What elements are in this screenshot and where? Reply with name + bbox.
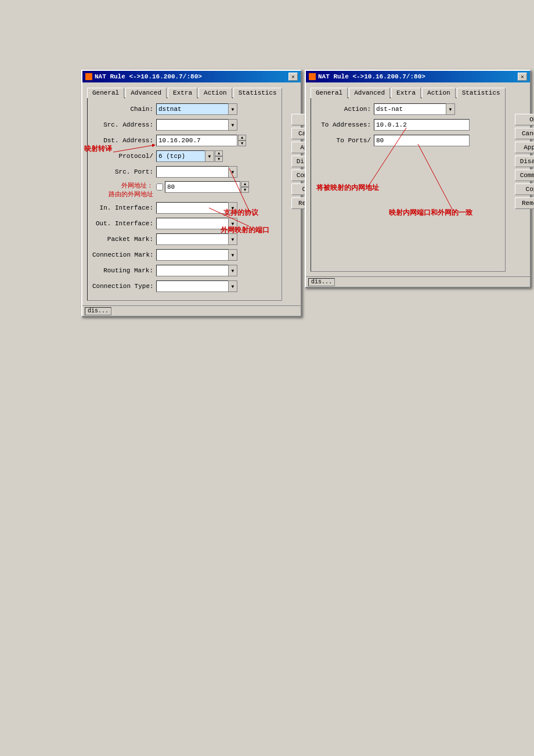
chain-select-container: dstnat ▼ [156, 103, 237, 115]
connection-mark-dropdown-arrow[interactable]: ▼ [228, 249, 237, 261]
routing-mark-container: ▼ [156, 265, 237, 276]
in-interface-row: In. Interface: ▼ [92, 201, 277, 214]
chain-dropdown-arrow[interactable]: ▼ [228, 103, 237, 115]
out-interface-container: ▼ [156, 218, 237, 229]
chain-row: Chain: dstnat ▼ [92, 103, 277, 116]
cancel-button-2[interactable]: Cancel [515, 128, 534, 139]
src-address-input[interactable] [156, 119, 237, 131]
src-port-container: ▼ [156, 166, 237, 178]
to-addresses-label: To Addresses: [316, 121, 374, 128]
in-interface-label: In. Interface: [92, 204, 156, 211]
title-icon-1 [85, 73, 92, 80]
buttons-col-2: OK Cancel Apply Disable Comment Copy Rem… [513, 82, 534, 276]
routing-mark-input[interactable] [156, 265, 237, 276]
src-address-dropdown-arrow[interactable]: ▼ [228, 119, 237, 131]
titlebar-1: NAT Rule <->10.16.200.7/:80> ✕ [82, 71, 301, 82]
action-input[interactable]: dst-nat [374, 103, 455, 115]
to-addresses-row: To Addresses: 10.0.1.2 [316, 118, 500, 131]
src-port-label: Src. Port: [92, 168, 156, 175]
routing-mark-dropdown-arrow[interactable]: ▼ [228, 265, 237, 276]
dst-address-row: Dst. Address: 10.16.200.7 ▲ ▼ [92, 134, 277, 147]
action-dropdown-arrow[interactable]: ▼ [446, 103, 455, 115]
protocol-select-container: 6 (tcp) ▼ [156, 150, 214, 162]
close-button-1[interactable]: ✕ [288, 73, 298, 81]
tab-action-1[interactable]: Action [199, 88, 232, 98]
dialog-nat-rule-1: NAT Rule <->10.16.200.7/:80> ✕ General A… [81, 70, 302, 317]
src-address-row: Src. Address: ▼ [92, 118, 277, 131]
src-address-container: ▼ [156, 119, 237, 131]
src-address-label: Src. Address: [92, 121, 156, 128]
dst-port-checkbox[interactable] [156, 183, 163, 190]
protocol-spinners: ▲ ▼ [215, 150, 223, 162]
in-interface-input[interactable] [156, 202, 237, 214]
protocol-container: 6 (tcp) ▼ ▲ ▼ [156, 150, 223, 162]
tabs-row-1: General Advanced Extra Action Statistics [85, 85, 284, 98]
src-port-input[interactable] [156, 166, 237, 178]
to-ports-label: To Ports/ [316, 137, 374, 144]
protocol-down[interactable]: ▼ [215, 156, 223, 162]
connection-type-row: Connection Type: ▼ [92, 280, 277, 293]
status-bar-2: dis... [306, 276, 530, 287]
protocol-dropdown-arrow[interactable]: ▼ [205, 150, 214, 162]
dst-address-up[interactable]: ▲ [238, 135, 246, 141]
routing-mark-label: Routing Mark: [92, 267, 156, 274]
status-text-1: dis... [85, 307, 111, 315]
packet-mark-label: Packet Mark: [92, 236, 156, 243]
connection-mark-row: Connection Mark: ▼ [92, 249, 277, 261]
dst-address-input[interactable]: 10.16.200.7 [156, 135, 237, 146]
dst-address-spinners: ▲ ▼ [238, 135, 246, 146]
tab-advanced-1[interactable]: Advanced [125, 88, 167, 98]
src-port-row: Src. Port: ▼ [92, 165, 277, 178]
connection-type-dropdown-arrow[interactable]: ▼ [228, 280, 237, 292]
to-ports-input[interactable]: 80 [374, 135, 470, 146]
routing-mark-row: Routing Mark: ▼ [92, 264, 277, 277]
remove-button-2[interactable]: Remove [515, 197, 534, 209]
tab-extra-1[interactable]: Extra [168, 88, 197, 98]
dst-port-input[interactable] [165, 181, 240, 193]
tab-general-1[interactable]: General [87, 88, 124, 98]
protocol-label: Protocol/ [92, 153, 156, 160]
dialog-nat-rule-2: NAT Rule <->10.16.200.7/:80> ✕ General A… [305, 70, 531, 288]
out-interface-input[interactable] [156, 218, 237, 229]
packet-mark-dropdown-arrow[interactable]: ▼ [228, 233, 237, 245]
dst-port-annotation: 外网地址：路由的外网地址 [109, 182, 153, 197]
dst-port-container: ▲ ▼ [156, 181, 249, 193]
dst-address-down[interactable]: ▼ [238, 141, 246, 146]
connection-type-input[interactable] [156, 280, 237, 292]
form-content-2: Action: dst-nat ▼ To Addresses: 10.0.1.2 [311, 98, 506, 272]
in-interface-dropdown-arrow[interactable]: ▼ [228, 202, 237, 214]
comment-button-2[interactable]: Comment [515, 170, 534, 181]
dst-port-down[interactable]: ▼ [241, 187, 249, 193]
packet-mark-row: Packet Mark: ▼ [92, 233, 277, 246]
dst-address-label: Dst. Address: [92, 137, 156, 144]
connection-type-label: Connection Type: [92, 283, 156, 290]
tab-action-2[interactable]: Action [422, 88, 456, 98]
ok-button-2[interactable]: OK [515, 114, 534, 125]
in-interface-container: ▼ [156, 202, 237, 214]
tab-extra-2[interactable]: Extra [391, 88, 421, 98]
connection-mark-input[interactable] [156, 249, 237, 261]
tab-advanced-2[interactable]: Advanced [349, 88, 390, 98]
tab-statistics-1[interactable]: Statistics [233, 88, 282, 98]
out-interface-dropdown-arrow[interactable]: ▼ [228, 218, 237, 229]
disable-button-2[interactable]: Disable [515, 156, 534, 167]
chain-input[interactable]: dstnat [156, 103, 237, 115]
copy-button-2[interactable]: Copy [515, 183, 534, 195]
out-interface-label: Out. Interface: [92, 220, 156, 227]
packet-mark-input[interactable] [156, 233, 237, 245]
chain-label: Chain: [92, 106, 156, 113]
apply-button-2[interactable]: Apply [515, 142, 534, 153]
connection-type-container: ▼ [156, 280, 237, 292]
action-row: Action: dst-nat ▼ [316, 103, 500, 116]
tabs-row-2: General Advanced Extra Action Statistics [308, 85, 508, 98]
action-select-container: dst-nat ▼ [374, 103, 455, 115]
to-addresses-input[interactable]: 10.0.1.2 [374, 119, 470, 131]
dst-port-row: 外网地址：路由的外网地址 ▲ ▼ [92, 181, 277, 199]
connection-mark-container: ▼ [156, 249, 237, 261]
src-port-dropdown-arrow[interactable]: ▼ [228, 166, 237, 178]
tab-statistics-2[interactable]: Statistics [457, 88, 506, 98]
close-button-2[interactable]: ✕ [518, 73, 527, 81]
protocol-up[interactable]: ▲ [215, 150, 223, 156]
dst-port-up[interactable]: ▲ [241, 181, 249, 187]
tab-general-2[interactable]: General [311, 88, 348, 98]
